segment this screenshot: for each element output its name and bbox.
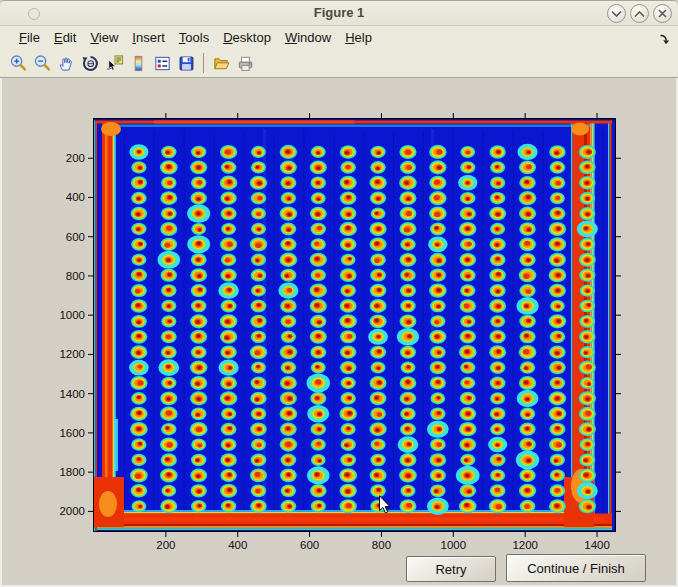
continue-finish-button[interactable]: Continue / Finish [506, 554, 646, 582]
menu-item-file[interactable]: File [12, 28, 47, 47]
chevron-down-icon [611, 10, 622, 18]
y-tick-label: 800 [66, 270, 85, 282]
figure-canvas-area: 2004006008001000120014002004006008001000… [0, 78, 678, 587]
microarray-image[interactable] [94, 119, 615, 531]
y-tick-label: 1800 [59, 466, 85, 478]
close-button[interactable] [653, 4, 672, 23]
chevron-up-icon [634, 10, 645, 18]
print-figure-icon[interactable] [233, 52, 257, 74]
x-tick-label: 1200 [512, 539, 538, 551]
open-file-icon[interactable] [209, 52, 233, 74]
insert-legend-icon[interactable] [150, 52, 174, 74]
y-tick-label: 1600 [59, 427, 85, 439]
y-tick-label: 1400 [59, 388, 85, 400]
retry-button[interactable]: Retry [406, 556, 496, 582]
x-tick-label: 400 [228, 539, 247, 551]
window-title: Figure 1 [0, 5, 678, 20]
menu-item-tools[interactable]: Tools [172, 28, 216, 47]
titlebar[interactable]: Figure 1 [0, 1, 678, 26]
y-tick-label: 600 [66, 231, 85, 243]
shade-button[interactable] [607, 4, 626, 23]
figure-toolbar [0, 49, 678, 78]
x-tick-label: 600 [300, 539, 319, 551]
close-icon [658, 9, 667, 18]
zoom-in-icon[interactable] [6, 52, 30, 74]
zoom-out-icon[interactable] [30, 52, 54, 74]
menu-item-window[interactable]: Window [278, 28, 338, 47]
insert-colorbar-icon[interactable] [126, 52, 150, 74]
y-tick-label: 2000 [59, 505, 85, 517]
dock-figure-arrow-icon[interactable] [658, 31, 670, 49]
x-tick-label: 1000 [441, 539, 467, 551]
x-tick-label: 1400 [584, 539, 610, 551]
rotate-3d-icon[interactable] [78, 52, 102, 74]
figure-window: Figure 1 FileEditViewInsertToolsDesktopW… [0, 0, 678, 587]
y-tick-label: 1200 [59, 348, 85, 360]
save-figure-icon[interactable] [174, 52, 198, 74]
y-tick-label: 1000 [59, 309, 85, 321]
x-tick-label: 800 [372, 539, 391, 551]
menu-item-edit[interactable]: Edit [47, 28, 83, 47]
menu-item-help[interactable]: Help [338, 28, 379, 47]
y-tick-label: 200 [66, 152, 85, 164]
pan-icon[interactable] [54, 52, 78, 74]
menu-item-view[interactable]: View [83, 28, 125, 47]
menubar: FileEditViewInsertToolsDesktopWindowHelp [0, 26, 678, 49]
menu-item-desktop[interactable]: Desktop [216, 28, 278, 47]
unshade-button[interactable] [630, 4, 649, 23]
data-cursor-icon[interactable] [102, 52, 126, 74]
menu-item-insert[interactable]: Insert [125, 28, 172, 47]
toolbar-separator [203, 53, 204, 73]
y-tick-label: 400 [66, 191, 85, 203]
x-tick-label: 200 [156, 539, 175, 551]
